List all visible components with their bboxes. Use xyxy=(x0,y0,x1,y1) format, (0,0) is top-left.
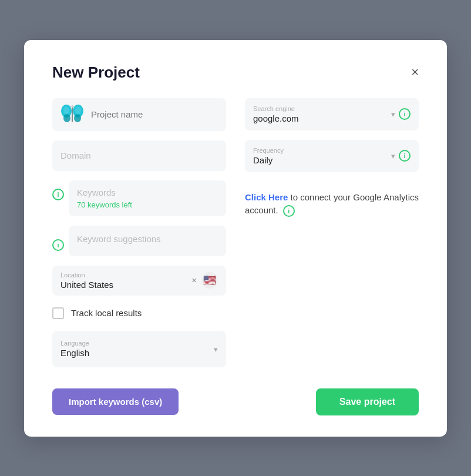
track-local-label: Track local results xyxy=(71,308,142,318)
language-label: Language xyxy=(60,340,218,347)
frequency-info-icon[interactable]: i xyxy=(399,150,411,162)
language-dropdown-icon[interactable]: ▾ xyxy=(214,344,218,353)
analytics-section: Click Here to connect your Google Analyt… xyxy=(245,186,419,217)
keywords-row: i Keywords 70 keywords left xyxy=(52,180,226,216)
language-value: English xyxy=(60,348,218,358)
modal-body: Domain i Keywords 70 keywords left i Key… xyxy=(52,98,419,367)
keywords-label: Keywords xyxy=(77,187,116,197)
search-engine-controls: ▾ i xyxy=(391,108,411,120)
close-button[interactable]: × xyxy=(411,66,419,79)
search-engine-dropdown-icon[interactable]: ▾ xyxy=(391,110,395,119)
search-engine-field[interactable]: Search engine google.com ▾ i xyxy=(245,98,419,130)
track-local-checkbox[interactable] xyxy=(52,307,64,319)
new-project-modal: New Project × xyxy=(24,40,447,437)
keyword-suggestions-row: i Keyword suggestions xyxy=(52,226,226,256)
us-flag-icon: 🇺🇸 xyxy=(201,272,218,289)
svg-point-5 xyxy=(75,106,81,114)
info-symbol: i xyxy=(57,191,59,198)
svg-point-4 xyxy=(63,106,69,114)
modal-title: New Project xyxy=(52,63,140,82)
frequency-field[interactable]: Frequency Daily ▾ i xyxy=(245,140,419,172)
language-field[interactable]: Language English ▾ xyxy=(52,331,226,367)
frequency-value: Daily xyxy=(253,155,411,165)
domain-field[interactable]: Domain xyxy=(52,140,226,171)
info-symbol2: i xyxy=(57,242,59,249)
svg-point-3 xyxy=(74,114,81,122)
keyword-suggestions-field[interactable]: Keyword suggestions xyxy=(69,226,226,256)
keywords-info-icon[interactable]: i xyxy=(52,189,64,200)
project-name-input[interactable] xyxy=(91,109,218,119)
suggestions-info-icon[interactable]: i xyxy=(52,239,64,251)
modal-header: New Project × xyxy=(52,63,419,82)
search-engine-value: google.com xyxy=(253,113,411,123)
search-engine-label: Search engine xyxy=(253,105,411,112)
domain-placeholder: Domain xyxy=(60,150,218,160)
svg-point-2 xyxy=(63,114,70,122)
location-clear-button[interactable]: × xyxy=(191,275,197,285)
frequency-dropdown-icon[interactable]: ▾ xyxy=(391,152,395,160)
keywords-count: 70 keywords left xyxy=(77,200,218,209)
keywords-field[interactable]: Keywords 70 keywords left xyxy=(69,180,226,216)
location-field[interactable]: Location United States × 🇺🇸 xyxy=(52,266,226,296)
right-column: Search engine google.com ▾ i Frequency D… xyxy=(245,98,419,367)
frequency-label: Frequency xyxy=(253,147,411,154)
search-engine-info-icon[interactable]: i xyxy=(399,108,411,120)
analytics-info-icon[interactable]: i xyxy=(283,205,295,217)
left-column: Domain i Keywords 70 keywords left i Key… xyxy=(52,98,226,367)
butterfly-icon xyxy=(60,103,84,126)
frequency-controls: ▾ i xyxy=(391,150,411,162)
modal-footer: Import keywords (csv) Save project xyxy=(52,388,419,415)
suggestions-placeholder: Keyword suggestions xyxy=(77,234,161,244)
analytics-text: Click Here to connect your Google Analyt… xyxy=(245,191,419,217)
project-name-field xyxy=(52,98,226,131)
save-project-button[interactable]: Save project xyxy=(316,388,419,415)
track-local-row: Track local results xyxy=(52,305,226,321)
location-controls: × 🇺🇸 xyxy=(191,272,218,289)
import-keywords-button[interactable]: Import keywords (csv) xyxy=(52,388,179,415)
analytics-link[interactable]: Click Here xyxy=(245,192,288,202)
